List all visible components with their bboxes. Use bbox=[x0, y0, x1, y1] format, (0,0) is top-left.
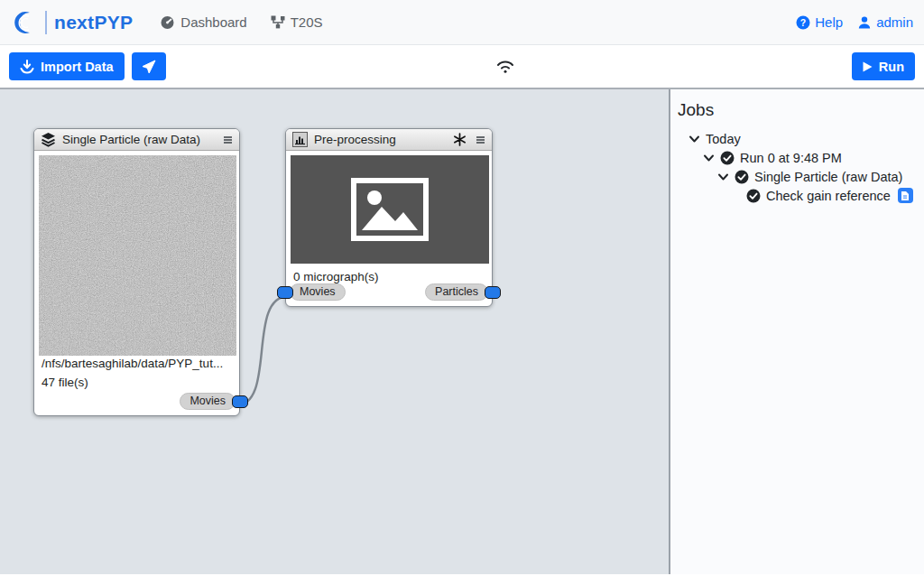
port-dot[interactable] bbox=[485, 286, 501, 299]
nav-item-dashboard[interactable]: Dashboard bbox=[160, 14, 246, 30]
pipeline-canvas[interactable]: Single Particle (raw Data) bbox=[0, 89, 670, 574]
jobs-panel: Jobs Today Run 0 at 9:48 PM bbox=[670, 89, 924, 574]
file-import-icon bbox=[20, 60, 34, 74]
histogram-icon bbox=[292, 132, 308, 147]
import-data-label: Import Data bbox=[41, 60, 114, 74]
nav-item-project-label: T20S bbox=[291, 14, 323, 30]
output-port-particles[interactable]: Particles bbox=[425, 283, 501, 301]
help-link[interactable]: ? Help bbox=[796, 14, 843, 30]
asterisk-icon bbox=[453, 133, 467, 146]
top-navbar: nextPYP Dashboard T20S bbox=[0, 0, 924, 45]
micrograph-thumbnail bbox=[39, 155, 236, 356]
paper-plane-icon bbox=[142, 60, 156, 74]
port-dot[interactable] bbox=[277, 286, 293, 299]
jobs-tree-item-label: Today bbox=[706, 132, 741, 146]
output-port-movies[interactable]: Movies bbox=[180, 393, 248, 410]
file-badge-icon[interactable] bbox=[898, 188, 913, 203]
wave-icon bbox=[11, 9, 38, 36]
port-label: Movies bbox=[290, 283, 346, 301]
jobs-tree-item-single-particle[interactable]: Single Particle (raw Data) bbox=[678, 167, 924, 186]
block-header[interactable]: Pre-processing bbox=[286, 129, 492, 151]
project-diagram-icon bbox=[271, 15, 285, 29]
nav-item-dashboard-label: Dashboard bbox=[180, 14, 246, 30]
app-logo[interactable]: nextPYP bbox=[11, 9, 133, 36]
question-circle-icon: ? bbox=[796, 15, 810, 30]
check-circle-icon bbox=[720, 151, 735, 165]
hamburger-menu-icon[interactable] bbox=[223, 135, 233, 145]
input-port-movies[interactable]: Movies bbox=[277, 283, 346, 301]
app-title: nextPYP bbox=[54, 12, 133, 33]
block-single-particle-raw-data[interactable]: Single Particle (raw Data) bbox=[33, 128, 240, 416]
chevron-down-icon[interactable] bbox=[703, 153, 715, 163]
jobs-tree-item-label: Check gain reference bbox=[766, 189, 891, 203]
block-pre-processing[interactable]: Pre-processing bbox=[285, 128, 493, 307]
empty-micrograph-placeholder bbox=[291, 155, 489, 264]
jobs-tree-item-label: Single Particle (raw Data) bbox=[754, 170, 902, 184]
jobs-tree-item-label: Run 0 at 9:48 PM bbox=[740, 151, 842, 165]
image-placeholder-icon bbox=[351, 178, 429, 241]
navigate-button[interactable] bbox=[132, 52, 166, 80]
hamburger-menu-icon[interactable] bbox=[476, 135, 485, 145]
block-micrograph-count: 0 micrograph(s) bbox=[291, 269, 487, 284]
block-title: Pre-processing bbox=[314, 133, 447, 146]
gauge-icon bbox=[160, 14, 175, 30]
run-button[interactable]: Run bbox=[852, 52, 915, 80]
person-icon bbox=[857, 15, 872, 30]
user-menu-label: admin bbox=[876, 14, 913, 30]
import-data-button[interactable]: Import Data bbox=[9, 52, 125, 80]
layers-icon bbox=[41, 132, 56, 147]
port-label: Movies bbox=[180, 393, 236, 410]
jobs-tree-item-check-gain[interactable]: Check gain reference bbox=[678, 186, 924, 205]
check-circle-icon bbox=[746, 189, 761, 203]
jobs-panel-title: Jobs bbox=[678, 100, 924, 120]
logo-divider bbox=[45, 11, 47, 34]
user-menu[interactable]: admin bbox=[857, 14, 913, 30]
canvas-toolbar: Import Data Run bbox=[0, 45, 924, 89]
check-circle-icon bbox=[735, 170, 749, 184]
help-link-label: Help bbox=[815, 14, 843, 30]
jobs-tree-item-today[interactable]: Today bbox=[678, 129, 924, 148]
nav-item-project[interactable]: T20S bbox=[271, 14, 323, 30]
block-file-count: 47 file(s) bbox=[39, 375, 235, 390]
block-data-path: /nfs/bartesaghilab/data/PYP_tut... bbox=[39, 356, 235, 371]
svg-text:?: ? bbox=[800, 16, 806, 27]
block-header[interactable]: Single Particle (raw Data) bbox=[34, 129, 239, 151]
port-label: Particles bbox=[425, 283, 488, 301]
jobs-tree: Today Run 0 at 9:48 PM Single Particle bbox=[678, 129, 924, 205]
chevron-down-icon[interactable] bbox=[688, 135, 700, 144]
jobs-tree-item-run0[interactable]: Run 0 at 9:48 PM bbox=[678, 148, 924, 167]
block-title: Single Particle (raw Data) bbox=[62, 133, 217, 146]
play-icon bbox=[863, 61, 873, 72]
run-label: Run bbox=[879, 60, 904, 74]
connection-status-wifi-icon bbox=[494, 57, 516, 75]
port-dot[interactable] bbox=[232, 395, 248, 408]
chevron-down-icon[interactable] bbox=[717, 172, 729, 181]
